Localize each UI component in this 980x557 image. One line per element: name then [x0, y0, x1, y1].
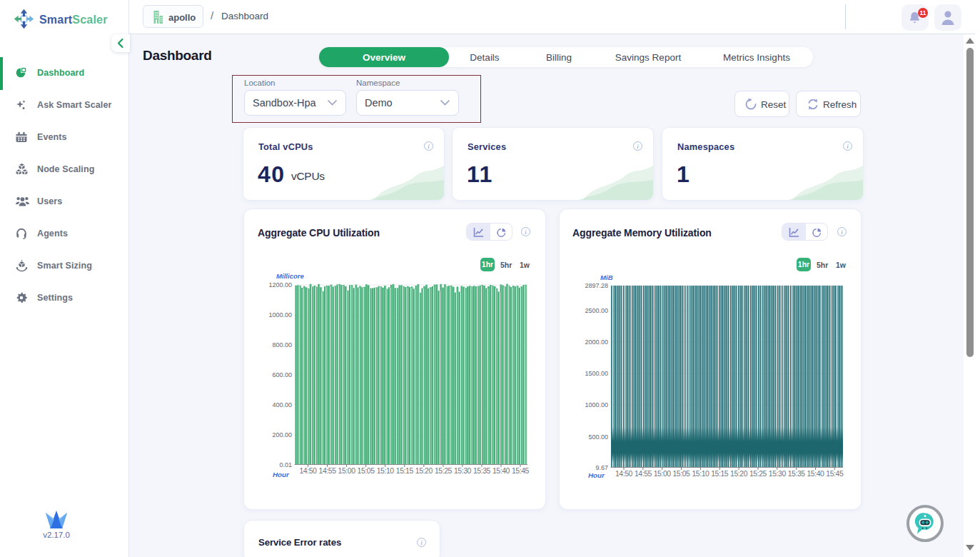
- svg-text:15:40: 15:40: [807, 470, 824, 478]
- svg-text:0.01: 0.01: [279, 461, 292, 468]
- svg-text:Hour: Hour: [273, 471, 290, 478]
- svg-text:15:05: 15:05: [358, 467, 375, 475]
- svg-text:15:25: 15:25: [435, 467, 453, 475]
- svg-text:Hour: Hour: [588, 471, 605, 479]
- svg-text:15:45: 15:45: [826, 470, 844, 478]
- svg-text:14:55: 14:55: [635, 470, 652, 478]
- svg-text:1000.00: 1000.00: [268, 311, 292, 318]
- svg-text:15:35: 15:35: [473, 467, 491, 475]
- svg-text:500.00: 500.00: [588, 433, 608, 441]
- svg-text:2897.28: 2897.28: [585, 282, 608, 289]
- svg-text:9.67: 9.67: [595, 464, 608, 471]
- svg-text:15:30: 15:30: [769, 470, 787, 478]
- svg-text:15:00: 15:00: [338, 467, 356, 475]
- svg-text:Millicore: Millicore: [276, 272, 305, 280]
- svg-text:15:20: 15:20: [730, 470, 748, 478]
- svg-text:800.00: 800.00: [272, 341, 292, 348]
- svg-text:15:25: 15:25: [749, 470, 767, 478]
- svg-text:15:00: 15:00: [654, 470, 672, 478]
- svg-text:2500.00: 2500.00: [585, 307, 608, 314]
- svg-text:MiB: MiB: [600, 274, 613, 281]
- svg-text:15:30: 15:30: [454, 467, 472, 475]
- svg-text:1500.00: 1500.00: [585, 370, 608, 377]
- svg-text:200.00: 200.00: [272, 431, 292, 438]
- svg-text:15:05: 15:05: [672, 470, 690, 478]
- svg-text:400.00: 400.00: [272, 401, 292, 408]
- svg-text:15:10: 15:10: [692, 470, 709, 478]
- svg-text:15:40: 15:40: [492, 467, 510, 475]
- svg-text:600.00: 600.00: [272, 371, 292, 378]
- svg-text:14:50: 14:50: [299, 467, 317, 475]
- svg-text:15:15: 15:15: [711, 470, 729, 478]
- svg-text:15:10: 15:10: [377, 467, 395, 475]
- svg-text:15:45: 15:45: [512, 467, 530, 475]
- svg-text:2000.00: 2000.00: [585, 338, 608, 346]
- svg-text:1200.00: 1200.00: [268, 281, 292, 288]
- svg-text:15:20: 15:20: [415, 467, 433, 475]
- svg-text:14:55: 14:55: [319, 467, 337, 475]
- svg-text:15:15: 15:15: [396, 467, 414, 475]
- svg-text:14:50: 14:50: [615, 470, 633, 478]
- svg-text:1000.00: 1000.00: [585, 401, 608, 408]
- svg-text:15:35: 15:35: [788, 470, 806, 478]
